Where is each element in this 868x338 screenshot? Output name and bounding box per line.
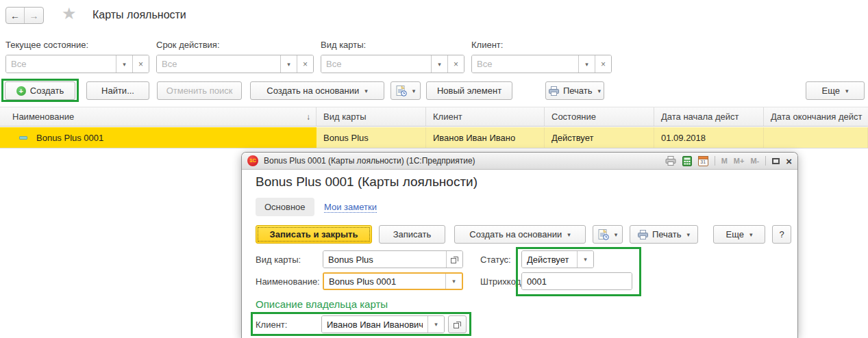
memory-button[interactable]: M <box>721 157 728 165</box>
status-input[interactable] <box>522 251 577 268</box>
chevron-down-icon[interactable]: ▾ <box>578 55 595 73</box>
back-arrow-icon[interactable]: ← <box>6 8 25 23</box>
chevron-down-icon: ▾ <box>364 88 368 94</box>
save-and-close-button[interactable]: Записать и закрыть <box>256 225 372 244</box>
print-button[interactable]: Печать ▾ <box>545 81 604 100</box>
calendar-icon[interactable]: 31 <box>698 156 708 166</box>
chevron-down-icon[interactable]: ▾ <box>445 274 462 289</box>
filter-cardtype-combo: ▾ × <box>321 55 464 73</box>
dialog-titlebar[interactable]: 1С Bonus Plus 0001 (Карты лояльности) (1… <box>242 153 797 170</box>
save-and-close-label: Записать и закрыть <box>270 229 358 239</box>
table-row[interactable]: Bonus Plus 0001 Bonus Plus Иванов Иван И… <box>0 127 868 148</box>
calculator-icon[interactable] <box>682 156 692 166</box>
memory-minus-button[interactable]: M- <box>750 157 759 165</box>
catalog-item-icon <box>19 136 27 140</box>
client-input[interactable] <box>322 316 427 333</box>
printer-icon <box>638 230 648 239</box>
column-header-client[interactable]: Клиент <box>426 107 545 126</box>
dialog-print-button[interactable]: Печать ▾ <box>630 225 698 244</box>
page-title: Карты лояльности <box>92 9 186 21</box>
name-field: ▾ <box>323 272 463 290</box>
dialog-more-button[interactable]: Еще ▾ <box>713 225 765 244</box>
chevron-down-icon[interactable]: ▾ <box>577 251 593 268</box>
chevron-down-icon: ▾ <box>749 231 753 238</box>
save-button[interactable]: Записать <box>379 225 445 244</box>
barcode-field <box>521 272 632 290</box>
chevron-down-icon[interactable]: ▾ <box>427 316 444 333</box>
filter-client-combo: ▾ × <box>471 55 612 73</box>
document-clock-menu-button[interactable]: ▾ <box>390 81 421 100</box>
column-header-cardtype[interactable]: Вид карты <box>317 107 426 126</box>
create-button-label: Создать <box>30 86 64 96</box>
print-button-label: Печать <box>563 86 593 96</box>
filter-label-state: Текущее состояние: <box>5 40 88 50</box>
card-dialog-window: 1С Bonus Plus 0001 (Карты лояльности) (1… <box>241 152 798 338</box>
help-button[interactable]: ? <box>772 225 791 244</box>
dialog-document-clock-menu-button[interactable]: ▾ <box>593 225 623 244</box>
cancel-search-button[interactable]: Отменить поиск <box>157 81 242 100</box>
filter-state-combo: ▾ × <box>5 55 149 73</box>
cell-state-text: Действует <box>551 133 593 143</box>
maximize-icon[interactable] <box>772 158 780 164</box>
printer-icon[interactable] <box>665 156 676 166</box>
cell-startdate: 01.09.2018 <box>654 127 764 148</box>
new-element-button[interactable]: Новый элемент <box>426 81 512 100</box>
card-type-input[interactable] <box>323 251 446 268</box>
barcode-label: Штрихкод: <box>480 276 523 287</box>
favorite-star-icon[interactable]: ★ <box>62 4 77 23</box>
status-label: Статус: <box>480 255 511 265</box>
clear-icon[interactable]: × <box>297 55 313 73</box>
find-button[interactable]: Найти... <box>86 81 149 100</box>
filter-validity-input[interactable] <box>157 55 280 73</box>
filter-state-input[interactable] <box>6 55 116 73</box>
forward-arrow-icon[interactable]: → <box>25 8 43 23</box>
barcode-input[interactable] <box>522 273 632 289</box>
open-icon[interactable] <box>446 251 462 268</box>
card-type-label: Вид карты: <box>256 255 301 265</box>
titlebar-divider <box>715 156 715 166</box>
dialog-window-title: Bonus Plus 0001 (Карты лояльности) (1С:П… <box>264 156 475 166</box>
client-field: ▾ <box>321 315 445 333</box>
close-icon[interactable]: × <box>786 156 792 166</box>
clear-icon[interactable]: × <box>447 55 464 73</box>
clear-icon[interactable]: × <box>132 55 149 73</box>
chevron-down-icon: ▾ <box>687 231 691 238</box>
filter-cardtype-input[interactable] <box>321 55 431 73</box>
column-header-enddate[interactable]: Дата окончания дейст <box>764 107 868 126</box>
column-header-state[interactable]: Состояние <box>545 107 654 126</box>
column-header-state-label: Состояние <box>551 112 596 122</box>
column-header-startdate[interactable]: Дата начала дейст <box>654 107 764 126</box>
filter-label-client: Клиент: <box>471 40 503 50</box>
memory-plus-button[interactable]: M+ <box>734 157 745 165</box>
save-label: Записать <box>393 229 432 239</box>
filter-label-cardtype: Вид карты: <box>321 40 366 50</box>
client-label: Клиент: <box>256 320 287 330</box>
chevron-down-icon: ▾ <box>567 231 571 238</box>
name-input[interactable] <box>324 274 445 289</box>
cell-enddate <box>764 127 868 148</box>
more-button-label: Еще <box>822 86 840 96</box>
clear-icon[interactable]: × <box>595 55 611 73</box>
column-header-enddate-label: Дата окончания дейст <box>771 112 863 122</box>
chevron-down-icon[interactable]: ▾ <box>431 55 447 73</box>
more-button[interactable]: Еще ▾ <box>806 81 865 100</box>
column-header-name[interactable]: Наименование ↓ <box>0 107 317 126</box>
dialog-create-based-on-button[interactable]: Создать на основании ▾ <box>454 225 586 244</box>
column-header-cardtype-label: Вид карты <box>323 112 367 122</box>
cancel-search-label: Отменить поиск <box>166 86 233 96</box>
create-button[interactable]: + Создать <box>5 81 75 100</box>
document-clock-icon <box>598 229 609 240</box>
table-header: Наименование ↓ Вид карты Клиент Состояни… <box>0 107 868 127</box>
chevron-down-icon: ▾ <box>412 88 416 94</box>
tab-my-notes[interactable]: Мои заметки <box>324 202 377 213</box>
filter-client-input[interactable] <box>472 55 578 73</box>
cell-client: Иванов Иван Ивано <box>426 127 545 148</box>
chevron-down-icon[interactable]: ▾ <box>116 55 132 73</box>
1c-logo-icon: 1С <box>247 155 258 166</box>
client-open-button[interactable] <box>448 315 467 333</box>
card-type-field <box>323 250 463 268</box>
window-controls: 31 M M+ M- × <box>665 156 792 166</box>
chevron-down-icon[interactable]: ▾ <box>280 55 297 73</box>
tab-main[interactable]: Основное <box>256 198 314 216</box>
create-based-on-button[interactable]: Создать на основании ▾ <box>250 81 384 100</box>
